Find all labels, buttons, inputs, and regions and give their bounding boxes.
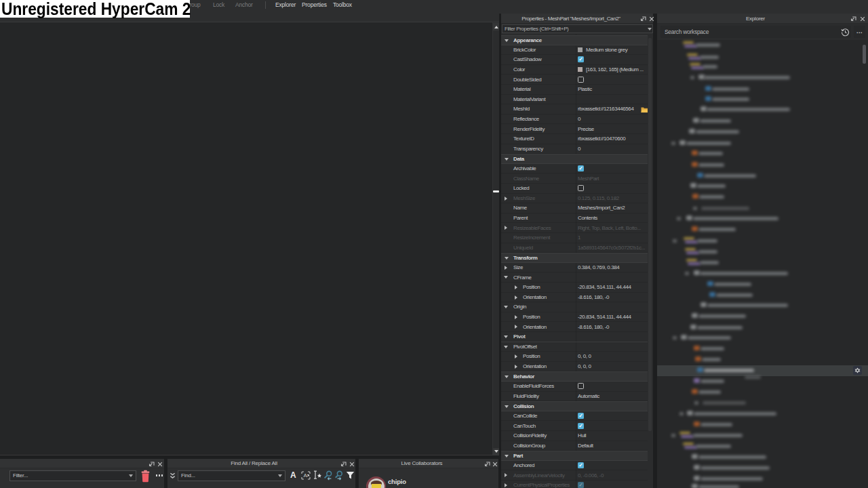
svg-text:A: A <box>303 472 307 479</box>
